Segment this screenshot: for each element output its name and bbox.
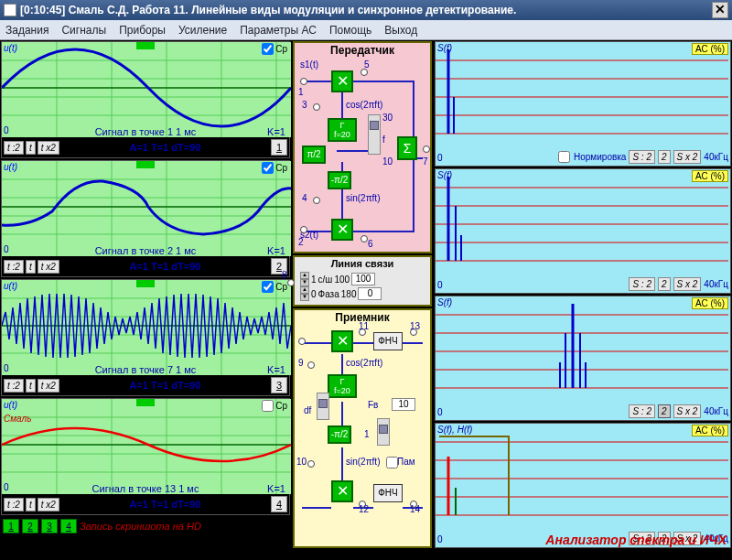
node-6[interactable] xyxy=(361,235,368,242)
trigger-marker[interactable] xyxy=(136,42,155,49)
scope3-cp-check[interactable] xyxy=(262,281,274,293)
scope4-cp-check[interactable] xyxy=(262,400,274,412)
sp2-ac[interactable]: АС (%) xyxy=(692,170,728,182)
scope1-tdiv2[interactable]: t :2 xyxy=(4,141,24,155)
footer-btn-3[interactable]: 3 xyxy=(41,519,58,533)
lpf-2[interactable]: ФНЧ xyxy=(373,484,403,502)
spin-up[interactable]: ▲ xyxy=(300,272,309,279)
generator-box[interactable]: Гf=20 xyxy=(328,118,357,142)
node-10[interactable] xyxy=(307,460,315,468)
trigger-marker[interactable] xyxy=(136,399,155,406)
scope4-t[interactable]: t xyxy=(26,498,36,512)
menu-exit[interactable]: Выход xyxy=(384,24,417,37)
node-1[interactable] xyxy=(300,78,307,85)
sp3-ac[interactable]: АС (%) xyxy=(692,297,728,309)
scope4-tx2[interactable]: t x2 xyxy=(38,498,59,512)
menu-tasks[interactable]: Задания xyxy=(5,24,48,37)
line-0a: 0 xyxy=(311,289,317,299)
line-valbox[interactable]: 100 xyxy=(351,273,375,285)
rx-pi2[interactable]: -π/2 xyxy=(328,425,351,444)
app-icon xyxy=(4,4,16,16)
line-csh: с/ш xyxy=(318,275,333,285)
node-7-label: 7 xyxy=(423,156,428,167)
scope3-num[interactable]: 3 xyxy=(271,377,287,393)
pi2-box-b[interactable]: -π/2 xyxy=(328,171,351,189)
sp1-sdiv2[interactable]: S : 2 xyxy=(629,150,655,164)
rx-mult-1[interactable]: ✕ xyxy=(331,330,353,352)
scope2-params: A=1 T=1 dT=90 xyxy=(61,261,269,272)
rx-slider2[interactable] xyxy=(377,418,390,446)
sp4-ac[interactable]: АС (%) xyxy=(692,425,728,436)
svg-rect-11 xyxy=(2,161,291,256)
scope2-zero: 0 xyxy=(4,244,9,254)
sp1-norm-check[interactable] xyxy=(558,151,570,163)
node-2-in[interactable] xyxy=(300,226,307,233)
scope2-tdiv2[interactable]: t :2 xyxy=(4,260,24,274)
node-4[interactable] xyxy=(313,197,320,204)
scope2-cp-check[interactable] xyxy=(262,162,274,174)
scope2-t[interactable]: t xyxy=(26,260,36,274)
rx-pam-check[interactable] xyxy=(386,457,398,468)
menu-gain[interactable]: Усиление xyxy=(178,24,227,37)
spectrum-1: S(f) АС (%) 0 Нормировка S : 2 2 S x 2 4… xyxy=(435,41,731,167)
line-100: 100 xyxy=(334,275,350,285)
node-8[interactable] xyxy=(287,279,295,286)
sp1-ac[interactable]: АС (%) xyxy=(692,43,728,55)
menu-instruments[interactable]: Приборы xyxy=(119,24,166,37)
sp1-sx2[interactable]: S x 2 xyxy=(673,150,702,164)
scope4-num[interactable]: 4 xyxy=(271,496,287,512)
sp3-sdiv2[interactable]: S : 2 xyxy=(629,404,655,418)
scope1-cp-check[interactable] xyxy=(262,43,274,55)
spin-up[interactable]: ▲ xyxy=(300,286,309,294)
node-9-in[interactable] xyxy=(298,338,306,345)
rx-df-slider[interactable] xyxy=(317,393,329,420)
scope1-tx2[interactable]: t x2 xyxy=(38,141,59,155)
scope1-num[interactable]: 1 xyxy=(271,139,287,156)
scope1-params: A=1 T=1 dT=90 xyxy=(61,142,269,153)
menu-help[interactable]: Помощь xyxy=(329,24,371,37)
sp3-sx2[interactable]: S x 2 xyxy=(673,404,702,418)
scope2-tx2[interactable]: t x2 xyxy=(38,260,59,274)
scope4-k: K=1 xyxy=(267,483,285,494)
multiplier-2[interactable]: ✕ xyxy=(331,219,353,241)
sp2-sdiv2[interactable]: S : 2 xyxy=(629,277,655,291)
spectrum-3: S(f) АС (%) 0 S : 2 2 S x 2 40кГц xyxy=(435,296,731,421)
lpf-1[interactable]: ФНЧ xyxy=(373,332,403,350)
scope3-tx2[interactable]: t x2 xyxy=(38,379,59,393)
sp2-2[interactable]: 2 xyxy=(658,277,671,291)
line-valbox2[interactable]: 0 xyxy=(358,287,382,300)
node-5[interactable] xyxy=(361,69,368,76)
node-7[interactable] xyxy=(423,145,430,153)
trigger-marker[interactable] xyxy=(136,161,155,168)
sp2-sx2[interactable]: S x 2 xyxy=(673,277,702,291)
footer-btn-2[interactable]: 2 xyxy=(22,519,38,533)
rx-1: 1 xyxy=(364,429,370,439)
sp1-2[interactable]: 2 xyxy=(658,150,671,164)
menu-params[interactable]: Параметры АС xyxy=(240,24,317,37)
freq-slider[interactable] xyxy=(368,114,381,155)
sum-box[interactable]: Σ xyxy=(397,136,417,160)
menu-signals[interactable]: Сигналы xyxy=(61,24,106,37)
line-title: Линия связи xyxy=(295,257,430,270)
rx-generator[interactable]: Гf=20 xyxy=(328,374,357,398)
rx-fv-val[interactable]: 10 xyxy=(392,398,415,411)
node-3[interactable] xyxy=(313,103,320,111)
cos-label: cos(2πft) xyxy=(346,100,382,110)
sp1-khz: 40кГц xyxy=(704,152,728,162)
rx-mult-2[interactable]: ✕ xyxy=(331,480,353,502)
pi2-box-a[interactable]: π/2 xyxy=(302,145,326,164)
node-9[interactable] xyxy=(307,361,315,369)
close-button[interactable]: ✕ xyxy=(712,2,728,18)
scope1-t[interactable]: t xyxy=(26,141,36,155)
scope4-tdiv2[interactable]: t :2 xyxy=(4,498,24,512)
footer-btn-4[interactable]: 4 xyxy=(60,519,77,533)
spin-dn[interactable]: ▼ xyxy=(300,279,309,286)
spin-dn[interactable]: ▼ xyxy=(300,294,309,301)
scope3-t[interactable]: t xyxy=(26,379,36,393)
scope3-tdiv2[interactable]: t :2 xyxy=(4,379,24,393)
trigger-marker[interactable] xyxy=(136,280,155,287)
sp3-2[interactable]: 2 xyxy=(658,404,671,418)
multiplier-1[interactable]: ✕ xyxy=(331,70,353,92)
footer-btn-1[interactable]: 1 xyxy=(3,519,19,533)
node-2-label: 2 xyxy=(298,237,304,247)
